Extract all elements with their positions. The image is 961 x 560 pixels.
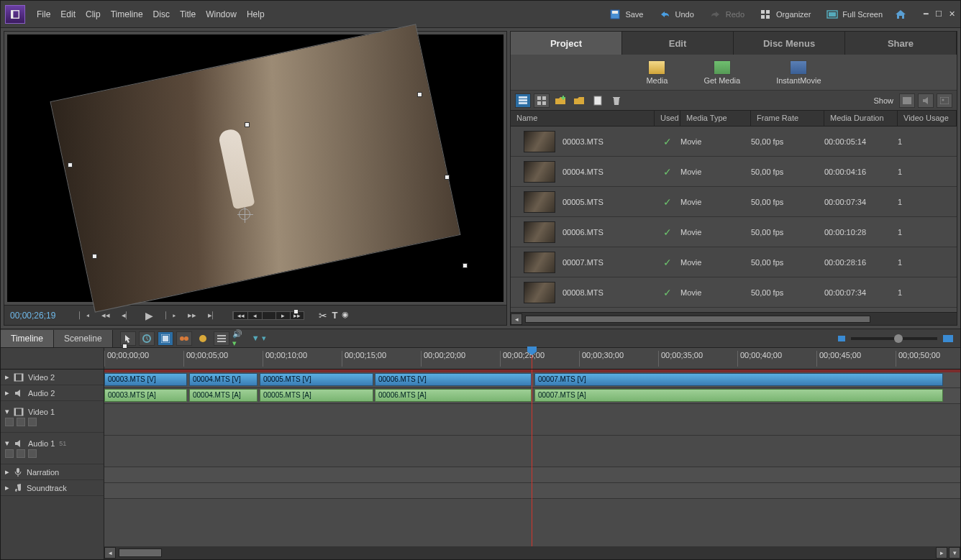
smart-trim-icon[interactable] bbox=[176, 331, 192, 346]
col-dur[interactable]: Media Duration bbox=[824, 111, 898, 126]
timeline-clip[interactable]: 00005.MTS [V] bbox=[260, 373, 373, 386]
fastfwd-icon[interactable]: ▸▸ bbox=[185, 311, 199, 320]
tab-project[interactable]: Project bbox=[511, 32, 622, 55]
grid-view-icon[interactable] bbox=[534, 93, 550, 108]
play-icon[interactable]: ▶ bbox=[142, 310, 156, 321]
menu-clip[interactable]: Clip bbox=[86, 9, 101, 19]
timeline-clip[interactable]: 00004.MTS [V] bbox=[189, 373, 258, 386]
new-item-icon[interactable] bbox=[571, 93, 587, 108]
timeline-clip[interactable]: 00006.MTS [V] bbox=[375, 373, 532, 386]
timeline-clip[interactable]: 00005.MTS [A] bbox=[260, 389, 373, 402]
step-back-icon[interactable]: ◂⎸ bbox=[120, 311, 135, 320]
minimize-icon[interactable]: ━ bbox=[921, 10, 930, 19]
undo-button[interactable]: Undo bbox=[655, 7, 698, 22]
transform-handle[interactable] bbox=[293, 309, 299, 314]
tab-discmenus[interactable]: Disc Menus bbox=[734, 32, 845, 55]
timecode-display[interactable]: 00;00;26;19 bbox=[10, 311, 55, 321]
tab-share[interactable]: Share bbox=[845, 32, 957, 55]
tab-edit[interactable]: Edit bbox=[622, 32, 734, 55]
tab-timeline[interactable]: Timeline bbox=[1, 330, 54, 347]
menu-window[interactable]: Window bbox=[206, 9, 237, 19]
project-hscroll[interactable]: ◂ bbox=[511, 312, 957, 325]
track-toggle-icon[interactable] bbox=[5, 449, 14, 458]
track-head-audio2[interactable]: ▸Audio 2 bbox=[1, 385, 104, 401]
timeline-hscroll[interactable]: ◂ ▸ ▾ bbox=[1, 546, 960, 559]
col-type[interactable]: Media Type bbox=[680, 111, 751, 126]
lane-narration[interactable] bbox=[104, 467, 960, 483]
zoom-in-icon[interactable] bbox=[943, 335, 953, 342]
filter-still-icon[interactable] bbox=[937, 93, 952, 108]
marker-icon[interactable] bbox=[195, 331, 211, 346]
timeline-clip[interactable]: 00003.MTS [V] bbox=[104, 373, 187, 386]
zoom-handle[interactable] bbox=[894, 334, 903, 343]
timeline-clip[interactable]: 00006.MTS [A] bbox=[375, 389, 532, 402]
menu-edit[interactable]: Edit bbox=[60, 9, 76, 19]
scrollbar-thumb[interactable] bbox=[525, 316, 870, 323]
media-row[interactable]: 00006.MTS✓Movie50,00 fps00:00:10:281 bbox=[511, 217, 957, 247]
tracks[interactable]: 00003.MTS [V]00004.MTS [V]00005.MTS [V]0… bbox=[104, 369, 960, 546]
save-button[interactable]: Save bbox=[605, 6, 647, 22]
media-row[interactable]: 00005.MTS✓Movie50,00 fps00:00:07:341 bbox=[511, 187, 957, 217]
title-tool-icon[interactable]: T bbox=[332, 310, 337, 321]
track-head-narration[interactable]: ▸Narration bbox=[1, 464, 104, 480]
properties-tool-icon[interactable] bbox=[158, 331, 173, 346]
scroll-left-icon[interactable]: ◂ bbox=[104, 547, 116, 559]
audio-mix-icon[interactable]: 🔊 ▾ bbox=[232, 331, 248, 346]
transform-handle[interactable] bbox=[68, 162, 73, 167]
menu-icon[interactable] bbox=[214, 331, 229, 346]
list-view-icon[interactable] bbox=[515, 93, 531, 108]
home-icon[interactable] bbox=[894, 9, 907, 20]
zoom-out-icon[interactable] bbox=[838, 336, 845, 341]
close-icon[interactable]: ✕ bbox=[947, 10, 956, 19]
clipboard-icon[interactable] bbox=[590, 93, 606, 108]
track-toggle-icon[interactable] bbox=[5, 418, 14, 426]
track-head-soundtrack[interactable]: ▸Soundtrack bbox=[1, 480, 104, 496]
track-next-icon[interactable] bbox=[28, 449, 37, 458]
track-next-icon[interactable] bbox=[28, 418, 37, 426]
menu-disc[interactable]: Disc bbox=[153, 9, 170, 19]
transform-handle[interactable] bbox=[245, 122, 250, 127]
menu-file[interactable]: File bbox=[37, 9, 50, 19]
media-row[interactable]: 00008.MTS✓Movie50,00 fps00:00:07:341 bbox=[511, 277, 957, 308]
new-folder-icon[interactable] bbox=[552, 93, 568, 108]
video-frame[interactable] bbox=[50, 24, 460, 313]
freeze-frame-icon[interactable]: ◉ bbox=[342, 310, 349, 321]
timeline-clip[interactable]: 00007.MTS [A] bbox=[534, 389, 943, 402]
lane-audio1[interactable] bbox=[104, 436, 960, 467]
track-keyframe-icon[interactable] bbox=[17, 418, 25, 426]
scroll-right-icon[interactable]: ▸ bbox=[936, 547, 947, 559]
filter-video-icon[interactable] bbox=[899, 93, 915, 108]
goto-in-icon[interactable]: ⎸◂ bbox=[77, 311, 91, 320]
transform-handle[interactable] bbox=[92, 254, 97, 259]
scrollbar-thumb[interactable] bbox=[119, 548, 162, 557]
col-usage[interactable]: Video Usage bbox=[898, 111, 957, 126]
transform-handle[interactable] bbox=[417, 92, 422, 97]
time-stretch-tool-icon[interactable] bbox=[139, 331, 155, 346]
menu-title[interactable]: Title bbox=[180, 9, 196, 19]
monitor-viewport[interactable] bbox=[7, 35, 504, 302]
playhead-line[interactable] bbox=[532, 369, 532, 546]
fullscreen-button[interactable]: Full Screen bbox=[822, 7, 887, 22]
redo-button[interactable]: Redo bbox=[706, 7, 749, 22]
media-row[interactable]: 00007.MTS✓Movie50,00 fps00:00:28:161 bbox=[511, 247, 957, 277]
transform-handle[interactable] bbox=[463, 263, 468, 268]
trash-icon[interactable] bbox=[609, 93, 624, 108]
timeline-clip[interactable]: 00007.MTS [V] bbox=[534, 373, 943, 386]
track-keyframe-icon[interactable] bbox=[17, 449, 25, 458]
col-name[interactable]: Name bbox=[511, 111, 655, 126]
col-rate[interactable]: Frame Rate bbox=[751, 111, 824, 126]
timeline-clip[interactable]: 00004.MTS [A] bbox=[189, 389, 258, 402]
rewind-icon[interactable]: ◂◂ bbox=[99, 311, 113, 320]
track-head-video2[interactable]: ▸Video 2 bbox=[1, 369, 104, 385]
time-ruler[interactable]: 00;00;00;0000;00;05;0000;00;10;0000;00;1… bbox=[1, 348, 960, 369]
subtab-media[interactable]: Media bbox=[646, 60, 668, 85]
transform-handle[interactable] bbox=[445, 175, 450, 180]
step-fwd-icon[interactable]: ⎸▸ bbox=[163, 311, 178, 320]
menu-help[interactable]: Help bbox=[247, 9, 265, 19]
playhead[interactable] bbox=[532, 348, 532, 369]
menu-timeline[interactable]: Timeline bbox=[111, 9, 143, 19]
scroll-left-icon[interactable]: ◂ bbox=[511, 313, 522, 325]
organizer-button[interactable]: Organizer bbox=[756, 7, 815, 22]
timeline-clip[interactable]: 00003.MTS [A] bbox=[104, 389, 187, 402]
lane-video1[interactable] bbox=[104, 404, 960, 436]
